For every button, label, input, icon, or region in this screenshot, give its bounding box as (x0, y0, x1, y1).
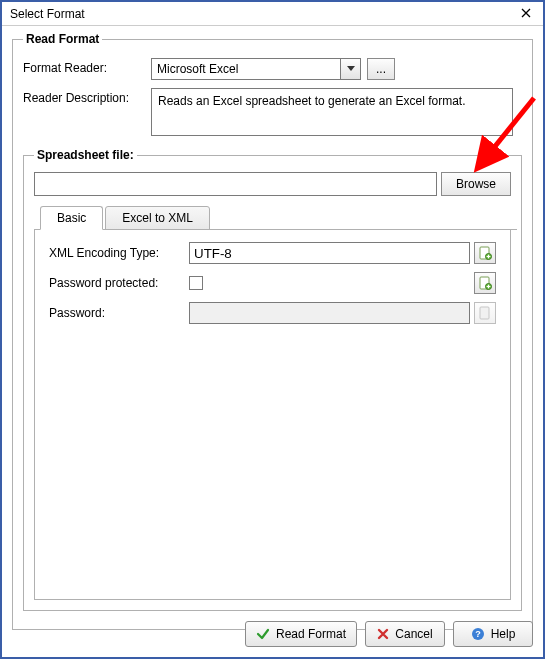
format-reader-label: Format Reader: (23, 58, 151, 75)
xml-encoding-row: XML Encoding Type: (49, 242, 496, 264)
page-add-icon (479, 246, 492, 260)
xml-encoding-input[interactable] (189, 242, 470, 264)
cancel-button[interactable]: Cancel (365, 621, 445, 647)
read-format-legend: Read Format (23, 32, 102, 46)
read-format-group: Read Format Format Reader: Microsoft Exc… (12, 32, 533, 630)
page-add-icon (479, 276, 492, 290)
svg-text:?: ? (475, 629, 481, 639)
tab-basic[interactable]: Basic (40, 206, 103, 230)
reader-description-text: Reads an Excel spreadsheet to generate a… (151, 88, 513, 136)
spreadsheet-file-group: Spreadsheet file: Browse Basic Excel to … (23, 148, 522, 611)
password-protected-label: Password protected: (49, 276, 189, 290)
window-close-button[interactable] (515, 5, 537, 23)
dialog-button-bar: Read Format Cancel ? Help (12, 621, 533, 647)
xml-encoding-add-button[interactable] (474, 242, 496, 264)
chevron-down-icon[interactable] (340, 59, 360, 79)
read-format-button[interactable]: Read Format (245, 621, 357, 647)
browse-button[interactable]: Browse (441, 172, 511, 196)
page-gray-icon (479, 306, 491, 320)
help-blue-icon: ? (471, 627, 485, 641)
format-reader-value: Microsoft Excel (157, 62, 238, 76)
password-protected-add-button[interactable] (474, 272, 496, 294)
cancel-red-icon (377, 628, 389, 640)
ellipsis-label: ... (376, 62, 386, 76)
password-input (189, 302, 470, 324)
reader-description-label: Reader Description: (23, 88, 151, 105)
spreadsheet-file-legend: Spreadsheet file: (34, 148, 137, 162)
password-protected-checkbox[interactable] (189, 276, 203, 290)
file-row: Browse (34, 172, 511, 196)
format-reader-ellipsis-button[interactable]: ... (367, 58, 395, 80)
cancel-label: Cancel (395, 627, 432, 641)
format-reader-row: Format Reader: Microsoft Excel ... (23, 58, 522, 80)
password-protected-row: Password protected: (49, 272, 496, 294)
tab-panel-basic: XML Encoding Type: Password pro (34, 230, 511, 600)
check-green-icon (256, 627, 270, 641)
password-row: Password: (49, 302, 496, 324)
format-reader-dropdown[interactable]: Microsoft Excel (151, 58, 361, 80)
tab-basic-label: Basic (57, 211, 86, 225)
spreadsheet-file-input[interactable] (34, 172, 437, 196)
help-button[interactable]: ? Help (453, 621, 533, 647)
password-button-disabled (474, 302, 496, 324)
close-icon (521, 6, 531, 21)
options-tabstrip: Basic Excel to XML (40, 206, 511, 230)
help-label: Help (491, 627, 516, 641)
svg-rect-4 (480, 307, 489, 319)
reader-description-row: Reader Description: Reads an Excel sprea… (23, 88, 522, 136)
tab-excel-to-xml[interactable]: Excel to XML (105, 206, 210, 230)
tab-excel-to-xml-label: Excel to XML (122, 211, 193, 225)
dialog-content: Read Format Format Reader: Microsoft Exc… (2, 26, 543, 657)
read-format-label: Read Format (276, 627, 346, 641)
browse-label: Browse (456, 177, 496, 191)
titlebar: Select Format (2, 2, 543, 26)
password-label: Password: (49, 306, 189, 320)
xml-encoding-label: XML Encoding Type: (49, 246, 189, 260)
window-title: Select Format (10, 7, 85, 21)
